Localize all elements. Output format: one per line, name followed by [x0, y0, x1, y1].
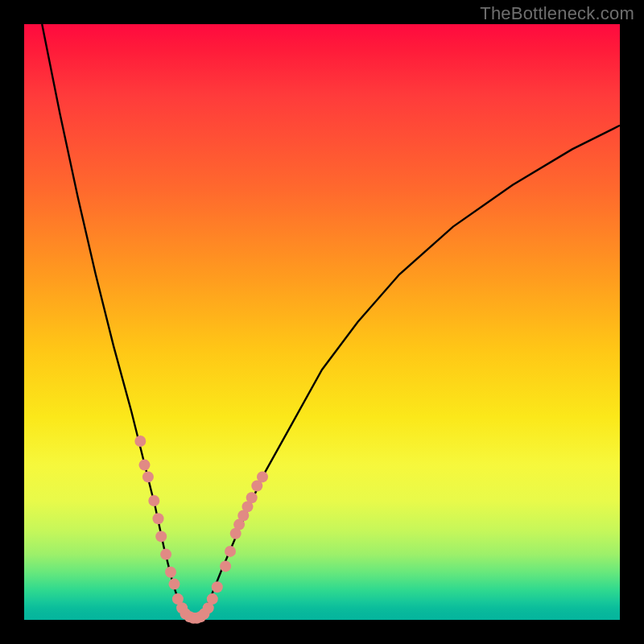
- curve-markers: [134, 436, 268, 624]
- watermark-text: TheBottleneck.com: [480, 3, 634, 24]
- curve-marker: [212, 581, 223, 592]
- curve-marker: [142, 471, 154, 482]
- chart-frame: TheBottleneck.com: [0, 0, 644, 644]
- curve-marker: [153, 513, 164, 524]
- curve-marker: [160, 549, 171, 560]
- curve-marker: [207, 593, 218, 605]
- curve-layer: [24, 24, 620, 620]
- curve-marker: [134, 436, 146, 447]
- curve-marker: [169, 579, 180, 590]
- curve-marker: [246, 492, 258, 503]
- curve-marker: [155, 530, 167, 542]
- curve-marker: [165, 567, 176, 578]
- curve-marker: [139, 460, 151, 471]
- plot-area: [24, 24, 620, 620]
- curve-marker: [148, 495, 159, 506]
- curve-marker: [225, 546, 236, 557]
- bottleneck-curve: [42, 24, 620, 620]
- curve-marker: [220, 560, 231, 572]
- curve-marker: [257, 471, 268, 482]
